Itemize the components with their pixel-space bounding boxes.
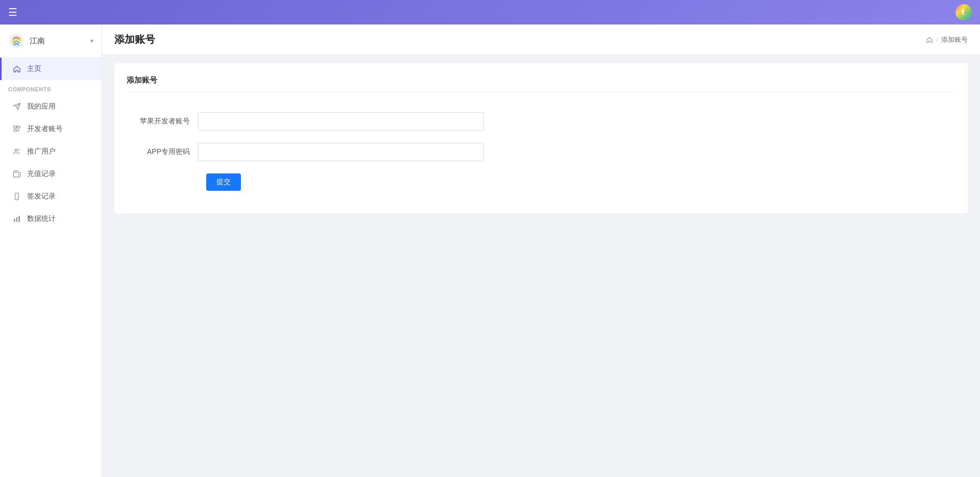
form-actions: 提交 [127, 173, 955, 191]
components-section-label: COMPONENTS [0, 80, 102, 95]
svg-rect-4 [14, 130, 16, 132]
svg-rect-13 [18, 216, 20, 222]
svg-point-8 [18, 174, 19, 175]
sidebar-item-sign-records[interactable]: 签发记录 [0, 185, 102, 208]
app-password-row: APP专用密码 [127, 143, 484, 161]
main-layout: 江南 ▾ 主页 COMPONENTS 我的应用 [0, 24, 980, 477]
breadcrumb-home[interactable] [926, 36, 933, 43]
sidebar-item-my-apps-label: 我的应用 [27, 102, 56, 111]
card-title: 添加账号 [127, 76, 955, 92]
top-navbar: ☰ [0, 0, 980, 24]
svg-point-0 [963, 12, 964, 13]
breadcrumb-separator: / [936, 36, 938, 43]
page-title: 添加账号 [114, 33, 155, 46]
sidebar-item-home-label: 主页 [27, 64, 41, 73]
sidebar-item-developer-accounts-label: 开发者账号 [27, 124, 63, 134]
brand-name: 江南 [30, 36, 90, 46]
chart-icon [12, 214, 22, 224]
app-password-input[interactable] [198, 143, 484, 161]
content-area: 添加账号 / 添加账号 添加账号 苹果开发者账号 [102, 24, 980, 477]
svg-rect-3 [17, 126, 20, 128]
apple-account-row: 苹果开发者账号 [127, 112, 484, 131]
sidebar-item-sign-records-label: 签发记录 [27, 192, 56, 201]
accounts-icon [12, 124, 22, 134]
sidebar-item-recharge[interactable]: 充值记录 [0, 163, 102, 185]
sidebar: 江南 ▾ 主页 COMPONENTS 我的应用 [0, 24, 102, 477]
hamburger-icon[interactable]: ☰ [8, 6, 17, 18]
brand-logo [8, 33, 24, 49]
svg-rect-7 [13, 172, 20, 177]
svg-point-10 [16, 198, 17, 198]
users-icon [12, 146, 22, 157]
svg-point-5 [15, 149, 17, 151]
wallet-icon [12, 169, 22, 179]
app-password-label: APP专用密码 [127, 147, 198, 157]
add-account-card: 添加账号 苹果开发者账号 APP专用密码 提交 [114, 63, 968, 213]
apple-account-label: 苹果开发者账号 [127, 117, 198, 126]
sidebar-item-data-stats[interactable]: 数据统计 [0, 208, 102, 230]
breadcrumb-current: 添加账号 [941, 35, 968, 44]
svg-point-6 [18, 149, 19, 150]
apps-icon [12, 102, 22, 112]
apple-account-input[interactable] [198, 112, 484, 131]
sidebar-item-my-apps[interactable]: 我的应用 [0, 95, 102, 118]
sidebar-item-promo-users[interactable]: 推广用户 [0, 140, 102, 163]
breadcrumb: / 添加账号 [926, 35, 968, 44]
home-icon [12, 64, 22, 74]
svg-rect-12 [16, 217, 18, 222]
svg-rect-11 [14, 219, 15, 222]
submit-button[interactable]: 提交 [206, 173, 241, 191]
rocket-icon[interactable] [955, 4, 972, 20]
svg-rect-2 [14, 126, 16, 128]
sidebar-item-data-stats-label: 数据统计 [27, 214, 56, 223]
content-header: 添加账号 / 添加账号 [102, 24, 980, 55]
sidebar-item-recharge-label: 充值记录 [27, 169, 56, 179]
phone-icon [12, 191, 22, 202]
sidebar-brand[interactable]: 江南 ▾ [0, 24, 102, 58]
sidebar-item-home[interactable]: 主页 [0, 58, 102, 80]
sidebar-item-promo-users-label: 推广用户 [27, 147, 56, 156]
brand-arrow-icon: ▾ [90, 37, 93, 44]
content-body: 添加账号 苹果开发者账号 APP专用密码 提交 [102, 55, 980, 230]
add-account-form: 苹果开发者账号 APP专用密码 提交 [127, 102, 955, 201]
sidebar-item-developer-accounts[interactable]: 开发者账号 [0, 118, 102, 140]
